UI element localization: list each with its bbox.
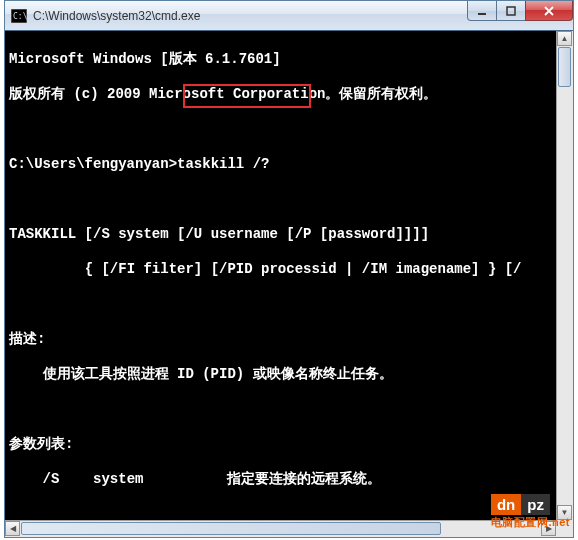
watermark-sub: 电脑配置网.net — [491, 515, 570, 530]
scroll-left-button[interactable]: ◀ — [5, 521, 20, 536]
section-header: 描述: — [9, 331, 569, 349]
title-bar[interactable]: C:\ C:\Windows\system32\cmd.exe — [5, 1, 573, 31]
horizontal-scrollbar[interactable]: ◀ ▶ — [5, 520, 556, 537]
watermark-logo: dn — [491, 494, 521, 515]
scroll-up-button[interactable]: ▲ — [557, 31, 572, 46]
svg-rect-2 — [478, 13, 486, 15]
syntax-line: TASKKILL [/S system [/U username [/P [pa… — [9, 226, 569, 244]
window-title: C:\Windows\system32\cmd.exe — [33, 9, 468, 23]
window-controls — [468, 1, 573, 30]
svg-text:C:\: C:\ — [13, 12, 27, 21]
terminal-content[interactable]: Microsoft Windows [版本 6.1.7601] 版权所有 (c)… — [5, 31, 573, 537]
cmd-window: C:\ C:\Windows\system32\cmd.exe Microsof… — [4, 0, 574, 538]
watermark: dnpz 电脑配置网.net — [491, 494, 570, 530]
description-text: 使用该工具按照进程 ID (PID) 或映像名称终止任务。 — [9, 366, 569, 384]
command-input: taskkill /? — [177, 156, 269, 172]
minimize-button[interactable] — [467, 1, 497, 21]
scroll-thumb-h[interactable] — [21, 522, 441, 535]
copyright-line: 版权所有 (c) 2009 Microsoft Corporation。保留所有… — [9, 86, 569, 104]
scroll-thumb-v[interactable] — [558, 47, 571, 87]
maximize-button[interactable] — [496, 1, 526, 21]
vertical-scrollbar[interactable]: ▲ ▼ — [556, 31, 573, 520]
cmd-icon: C:\ — [11, 9, 27, 23]
close-button[interactable] — [525, 1, 573, 21]
prompt: C:\Users\fengyanyan> — [9, 156, 177, 172]
syntax-line: { [/FI filter] [/PID processid | /IM ima… — [9, 261, 569, 279]
banner-line: Microsoft Windows [版本 6.1.7601] — [9, 51, 569, 69]
param-row: /S system 指定要连接的远程系统。 — [9, 471, 569, 489]
svg-rect-3 — [507, 7, 515, 15]
section-header: 参数列表: — [9, 436, 569, 454]
